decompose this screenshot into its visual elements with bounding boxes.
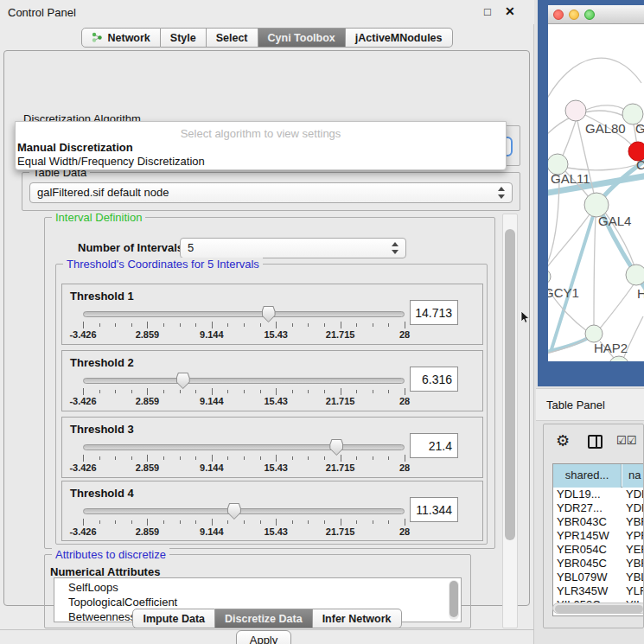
table-row[interactable]: YDR27...YDR2 [553,501,644,515]
threshold-label: Threshold 4 [70,487,134,500]
threshold-slider-track[interactable] [83,444,405,450]
settings-vertical-scrollbar[interactable] [502,214,518,628]
network-node-hap2[interactable] [585,325,603,342]
network-graph: GAL80GACGAL11GAL4GCY1HHAP2 [548,24,644,361]
tab-select[interactable]: Select [207,28,258,48]
numerical-attributes-label: Numerical Attributes [50,565,160,578]
threshold-slider-thumb[interactable] [329,439,343,456]
network-tab-icon [92,32,103,43]
algorithm-dropdown-popup: Select algorithm to view settings Manual… [15,121,507,170]
network-node-label: GCY1 [548,285,579,300]
bottom-tab-impute-data[interactable]: Impute Data [132,609,215,628]
node-attribute-table: shared... na YDL19...YDL1YDR27...YDR2YBR… [552,463,644,616]
table-row[interactable]: YBR043CYBR0 [553,515,644,529]
table-horizontal-scrollbar-thumb[interactable] [555,605,643,613]
network-node-h[interactable] [626,265,644,285]
network-node-label: GAL11 [551,171,590,186]
number-of-intervals-combobox[interactable]: 5 [180,238,406,258]
threshold-label: Threshold 1 [70,290,134,303]
control-panel-titlebar: Control Panel □ ✕ [0,0,534,24]
threshold-slider-thumb[interactable] [176,373,190,389]
threshold-value-field[interactable]: 14.713 [410,300,458,325]
tab-cyni-toolbox[interactable]: Cyni Toolbox [258,28,346,48]
close-icon[interactable]: ✕ [505,4,515,18]
slider-ticks [83,322,405,329]
interval-definition-group: Interval Definition Number of Intervals … [44,217,495,549]
table-row[interactable]: YLR345WYLR3 [553,584,644,598]
attribute-item[interactable]: SelfLoops [68,581,118,594]
number-of-intervals-label: Number of Intervals [78,241,183,254]
gear-icon[interactable]: ⚙ [556,431,570,450]
dropdown-option[interactable]: Manual Discretization [17,141,133,154]
close-window-button[interactable] [553,10,564,20]
network-node-label: GAL4 [598,214,631,228]
tab-network[interactable]: Network [81,28,160,48]
dropdown-hint: Select algorithm to view settings [16,127,506,140]
network-node-gal80[interactable] [565,100,586,121]
thresholds-coordinates-group: Threshold's Coordinates for 5 Intervals … [55,264,488,545]
column-header-name[interactable]: na [622,464,644,488]
threshold-value-field[interactable]: 11.344 [410,497,458,522]
bottom-tab-infer-network[interactable]: Infer Network [313,609,402,628]
mouse-cursor [520,311,531,324]
column-header-shared-name[interactable]: shared... [553,464,622,488]
bottom-tab-discretize-data[interactable]: Discretize Data [215,609,313,628]
table-panel-body: ⚙ ☑☑ shared... na YDL19...YDL1YDR27...YD… [543,424,644,628]
table-row[interactable]: YDL19...YDL1 [553,488,644,501]
zoom-window-button[interactable] [584,10,595,20]
table-panel-title: Table Panel [546,399,605,411]
number-of-intervals-value: 5 [188,241,194,254]
network-node-label: C [636,157,644,172]
page-background: Control Panel □ ✕ NetworkStyleSelectCyni… [0,0,644,644]
table-data-combobox[interactable]: galFiltered.sif default node [29,182,513,203]
combo-stepper-icon [392,242,399,255]
threshold-slider-track[interactable] [83,378,405,384]
network-node[interactable] [609,356,629,361]
threshold-panel: Threshold 1 -3.4262.8599.14415.4321.7152… [61,284,483,345]
threshold-value-field[interactable]: 21.4 [410,433,458,458]
network-canvas[interactable]: GAL80GACGAL11GAL4GCY1HHAP2 [548,24,644,361]
network-node-gcy1[interactable] [548,269,551,284]
slider-ticks [83,519,405,526]
network-node-label: GA [635,121,644,136]
attribute-item[interactable]: TopologicalCoefficient [68,596,177,609]
select-columns-icon[interactable]: ☑☑ [616,434,636,447]
settings-scrollbar-thumb[interactable] [505,229,515,540]
threshold-slider-thumb[interactable] [262,306,276,322]
threshold-label: Threshold 3 [70,423,134,436]
columns-icon[interactable] [588,435,603,449]
table-row[interactable]: YER054CYER0 [553,543,644,557]
threshold-panel: Threshold 3 -3.4262.8599.14415.4321.7152… [61,417,483,478]
threshold-slider-thumb[interactable] [227,503,241,520]
table-row[interactable]: YBL079WYBL0 [553,571,644,584]
network-view-titlebar [548,5,644,24]
table-row[interactable]: YBR045CYBR0 [553,557,644,571]
combo-stepper-icon [498,187,506,200]
interval-definition-group-label: Interval Definition [52,211,145,224]
slider-tick-labels: -3.4262.8599.14415.4321.71528 [83,329,405,340]
cyni-bottom-tab-bar: Impute DataDiscretize DataInfer Network [0,609,534,628]
threshold-slider-track[interactable] [83,311,405,317]
threshold-value-field[interactable]: 6.316 [410,367,458,392]
threshold-slider-track[interactable] [83,508,405,514]
control-panel-window: Control Panel □ ✕ NetworkStyleSelectCyni… [0,0,534,644]
network-node-label: H [637,286,644,301]
minimize-window-button[interactable] [569,10,579,20]
table-panel-header: Table Panel [536,388,644,421]
table-row[interactable]: YPR145WYPR1 [553,529,644,543]
network-view-frame: GAL80GACGAL11GAL4GCY1HHAP2 [538,0,644,386]
table-header-row: shared... na [553,464,644,488]
table-data-group: Table Data galFiltered.sif default node [22,172,520,211]
cyni-toolbox-panel: Discretization Algorithm Table Data galF… [3,50,530,606]
thresholds-group-label: Threshold's Coordinates for 5 Intervals [63,258,263,271]
apply-button[interactable]: Apply [236,630,291,644]
dropdown-option[interactable]: Equal Width/Frequency Discretization [17,155,205,168]
tab-jactivemnodules[interactable]: jActiveMNodules [346,28,453,48]
slider-ticks [83,455,405,462]
float-window-icon[interactable]: □ [484,5,491,18]
slider-tick-labels: -3.4262.8599.14415.4321.71528 [83,396,405,406]
tab-style[interactable]: Style [161,28,207,48]
table-horizontal-scrollbar[interactable] [552,603,644,614]
control-panel-tab-bar: NetworkStyleSelectCyni ToolboxjActiveMNo… [0,28,534,48]
slider-tick-labels: -3.4262.8599.14415.4321.71528 [83,526,405,537]
